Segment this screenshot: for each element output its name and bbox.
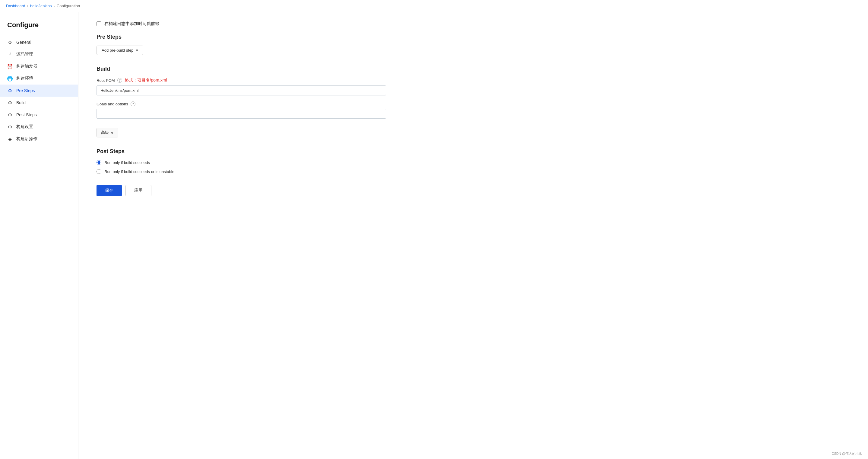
radio-row-2: Run only if build succeeds or is unstabl…: [96, 169, 850, 174]
add-prebuild-step-label: Add pre-build step: [102, 48, 134, 53]
sidebar-item-buildsettings[interactable]: ⚙ 构建设置: [0, 121, 78, 133]
sidebar-item-trigger[interactable]: ⏰ 构建触发器: [0, 60, 78, 73]
branch-icon: ⑂: [7, 52, 13, 57]
root-pom-label: Root POM: [96, 78, 115, 83]
dropdown-chevron-icon: ▾: [136, 48, 138, 53]
sidebar-item-label: Build: [16, 100, 26, 105]
presteps-section: Pre Steps Add pre-build step ▾: [96, 34, 850, 55]
presteps-section-title: Pre Steps: [96, 34, 850, 40]
breadcrumb-sep1: ›: [27, 4, 28, 8]
timestamp-checkbox[interactable]: [96, 22, 101, 26]
apply-button[interactable]: 应用: [125, 185, 151, 196]
clock-icon: ⏰: [7, 64, 13, 69]
timestamp-checkbox-row: 在构建日志中添加时间戳前缀: [96, 21, 850, 27]
footer-buttons: 保存 应用: [96, 185, 850, 196]
sidebar-item-label: Post Steps: [16, 112, 37, 117]
diamond-icon: ◈: [7, 136, 13, 142]
watermark: CSDN @伟大的小冰: [832, 452, 862, 456]
build-section: Build Root POM ? 格式：项目名/pom.xml Goals an…: [96, 66, 850, 137]
format-hint: 格式：项目名/pom.xml: [125, 78, 167, 83]
radio-row-1: Run only if build succeeds: [96, 160, 850, 165]
sidebar-item-postbuild[interactable]: ◈ 构建后操作: [0, 133, 78, 145]
sidebar-item-label: General: [16, 40, 31, 45]
goals-label-row: Goals and options ?: [96, 102, 850, 106]
breadcrumb-dashboard[interactable]: Dashboard: [6, 4, 25, 8]
goals-label: Goals and options: [96, 102, 128, 106]
timestamp-label: 在构建日志中添加时间戳前缀: [104, 21, 159, 27]
main-layout: Configure ⚙ General ⑂ 源码管理 ⏰ 构建触发器 🌐 构建环…: [0, 12, 868, 459]
goals-input[interactable]: [96, 109, 386, 119]
sidebar-item-label: 源码管理: [16, 52, 33, 57]
goals-hint-icon[interactable]: ?: [131, 102, 135, 106]
sidebar-item-poststeps[interactable]: ⚙ Post Steps: [0, 109, 78, 121]
radio-run-success-unstable[interactable]: [96, 169, 101, 174]
gear-buildsettings-icon: ⚙: [7, 124, 13, 130]
poststeps-section: Post Steps Run only if build succeeds Ru…: [96, 148, 850, 174]
breadcrumb-current: Configuration: [57, 4, 80, 8]
breadcrumb-hellojenkins[interactable]: helloJenkins: [30, 4, 52, 8]
sidebar-item-label: 构建触发器: [16, 64, 37, 69]
gear-icon: ⚙: [7, 39, 13, 45]
sidebar-item-presteps[interactable]: ⚙ Pre Steps: [0, 85, 78, 97]
gear-build-icon: ⚙: [7, 100, 13, 105]
gear-presteps-icon: ⚙: [7, 88, 13, 93]
advanced-button[interactable]: 高级 ∨: [96, 128, 118, 137]
sidebar-item-label: Pre Steps: [16, 88, 35, 93]
root-pom-label-row: Root POM ? 格式：项目名/pom.xml: [96, 78, 850, 83]
advanced-label: 高级: [101, 130, 109, 135]
save-button[interactable]: 保存: [96, 185, 122, 196]
advanced-chevron-icon: ∨: [111, 131, 114, 135]
root-pom-group: Root POM ? 格式：项目名/pom.xml: [96, 78, 850, 95]
add-prebuild-step-button[interactable]: Add pre-build step ▾: [96, 46, 143, 55]
poststeps-section-title: Post Steps: [96, 148, 850, 154]
sidebar-item-label: 构建设置: [16, 124, 33, 130]
breadcrumb-sep2: ›: [54, 4, 55, 8]
sidebar-title: Configure: [0, 21, 78, 36]
globe-icon: 🌐: [7, 76, 13, 81]
sidebar-item-build[interactable]: ⚙ Build: [0, 97, 78, 109]
sidebar-item-label: 构建环境: [16, 76, 33, 81]
radio-run-success-label: Run only if build succeeds: [104, 160, 150, 165]
sidebar-item-env[interactable]: 🌐 构建环境: [0, 73, 78, 85]
radio-run-success-unstable-label: Run only if build succeeds or is unstabl…: [104, 169, 174, 174]
root-pom-input[interactable]: [96, 85, 386, 95]
root-pom-hint-icon[interactable]: ?: [117, 78, 122, 83]
gear-poststeps-icon: ⚙: [7, 112, 13, 117]
radio-run-success[interactable]: [96, 160, 101, 165]
main-content: 在构建日志中添加时间戳前缀 Pre Steps Add pre-build st…: [79, 12, 868, 459]
build-section-title: Build: [96, 66, 850, 72]
breadcrumb-bar: Dashboard › helloJenkins › Configuration: [0, 0, 868, 12]
sidebar-item-label: 构建后操作: [16, 136, 37, 142]
goals-group: Goals and options ?: [96, 102, 850, 119]
sidebar-item-general[interactable]: ⚙ General: [0, 36, 78, 48]
sidebar-item-source[interactable]: ⑂ 源码管理: [0, 48, 78, 60]
sidebar: Configure ⚙ General ⑂ 源码管理 ⏰ 构建触发器 🌐 构建环…: [0, 12, 79, 459]
